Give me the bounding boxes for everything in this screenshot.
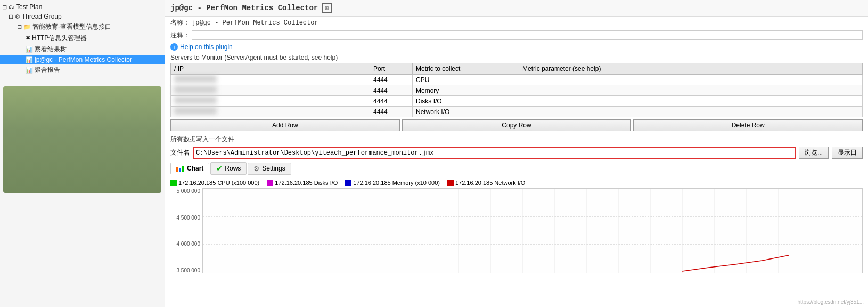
blurred-ip4 <box>174 108 217 114</box>
tree-label: Thread Group <box>22 13 62 20</box>
table-row: 4444 Network I/O <box>171 107 863 117</box>
tree-label: 智能教育-查看模型信息接口 <box>32 22 111 31</box>
tab-chart[interactable]: Chart <box>170 163 209 174</box>
port-cell: 4444 <box>370 107 412 117</box>
col-param: Metric parameter (see help) <box>519 63 862 75</box>
y-label-3: 4 000 000 <box>170 241 200 247</box>
memory-legend-dot <box>345 180 351 186</box>
display-button[interactable]: 显示日 <box>832 147 863 159</box>
servers-label: Servers to Monitor (ServerAgent must be … <box>165 52 868 63</box>
tree-label: 聚合报告 <box>35 66 60 75</box>
help-link[interactable]: i Help on this plugin <box>165 42 868 52</box>
name-row: 名称： jp@gc - PerfMon Metrics Collector <box>165 17 868 29</box>
svg-rect-1 <box>179 168 181 172</box>
name-value: jp@gc - PerfMon Metrics Collector <box>192 19 318 27</box>
col-ip: / IP <box>171 63 370 75</box>
folder-icon: ⊟ <box>2 4 7 11</box>
y-label-2: 4 500 000 <box>170 215 200 221</box>
svg-rect-0 <box>176 167 178 172</box>
legend-item-cpu: 172.16.20.185 CPU (x100 000) <box>170 180 259 186</box>
table-row: 4444 Disks I/O <box>171 96 863 107</box>
file-input[interactable] <box>193 147 796 159</box>
ip-cell <box>171 96 370 107</box>
panel-header: jp@gc - PerfMon Metrics Collector ⊞ <box>165 0 868 17</box>
folder-icon: ⊟ <box>9 13 13 20</box>
chart-tab-label: Chart <box>187 165 203 172</box>
table-row: 4444 Memory <box>171 85 863 96</box>
tree-item-summary[interactable]: 📊 聚合报告 <box>0 64 165 76</box>
tree-label: Test Plan <box>16 3 42 11</box>
settings-tab-label: Settings <box>262 165 285 172</box>
chart-tab-icon <box>176 165 185 172</box>
tree-item-test-plan[interactable]: ⊟ 🗂 Test Plan <box>0 2 165 12</box>
tree-panel: ⊟ 🗂 Test Plan ⊟ ⚙ Thread Group ⊟ 📁 智能教育-… <box>0 0 165 307</box>
tree-item-thread-group[interactable]: ⊟ ⚙ Thread Group <box>0 12 165 21</box>
metric-cell: Disks I/O <box>412 96 519 107</box>
memory-legend-label: 172.16.20.185 Memory (x10 000) <box>353 180 440 186</box>
browse-button[interactable]: 浏览... <box>799 147 829 159</box>
rows-tab-label: Rows <box>225 165 241 172</box>
svg-rect-2 <box>182 166 184 172</box>
legend-bar: 172.16.20.185 CPU (x100 000) 172.16.20.1… <box>165 177 868 188</box>
y-label-4: 3 500 000 <box>170 268 200 273</box>
param-cell <box>519 107 862 117</box>
name-label: 名称： <box>170 18 192 27</box>
ip-cell <box>171 85 370 96</box>
tab-settings[interactable]: ⚙ Settings <box>248 163 291 175</box>
chart-svg <box>203 189 862 273</box>
data-section-label: 所有数据写入一个文件 <box>165 133 868 146</box>
tree-label: jp@gc - PerfMon Metrics Collector <box>35 56 132 63</box>
port-cell: 4444 <box>370 96 412 107</box>
network-legend-label: 172.16.20.185 Network I/O <box>455 180 525 186</box>
gear-icon: ⚙ <box>15 13 20 20</box>
tab-rows[interactable]: ✔ Rows <box>210 162 247 175</box>
table-row: 4444 CPU <box>171 75 863 85</box>
metric-cell: CPU <box>412 75 519 85</box>
copy-row-button[interactable]: Copy Row <box>402 119 632 131</box>
disks-legend-dot <box>267 180 273 186</box>
action-buttons: Add Row Copy Row Delete Row <box>170 119 863 131</box>
folder-icon: ⊟ <box>17 23 22 30</box>
tree-item-perfmon[interactable]: 📊 jp@gc - PerfMon Metrics Collector <box>0 55 165 64</box>
tree-item-http-header[interactable]: ✖ HTTP信息头管理器 <box>0 33 165 44</box>
background-image <box>3 86 161 193</box>
add-row-button[interactable]: Add Row <box>170 119 400 131</box>
file-row: 文件名 浏览... 显示日 <box>170 147 863 159</box>
expand-icon[interactable]: ⊞ <box>322 3 332 13</box>
right-panel: jp@gc - PerfMon Metrics Collector ⊞ 名称： … <box>165 0 868 307</box>
comment-input[interactable] <box>192 30 863 40</box>
file-label: 文件名 <box>170 148 190 157</box>
legend-item-memory: 172.16.20.185 Memory (x10 000) <box>345 180 440 186</box>
param-cell <box>519 96 862 107</box>
blurred-ip3 <box>174 97 217 103</box>
network-legend-dot <box>447 180 454 186</box>
blurred-ip <box>174 76 217 82</box>
chart-icon2: 📊 <box>26 56 33 63</box>
metric-cell: Memory <box>412 85 519 96</box>
check-icon: ✔ <box>216 164 223 173</box>
delete-row-button[interactable]: Delete Row <box>633 119 863 131</box>
chart-icon3: 📊 <box>26 67 33 74</box>
y-label-1: 5 000 000 <box>170 188 200 194</box>
comment-row: 注释： <box>165 29 868 42</box>
panel-title: jp@gc - PerfMon Metrics Collector <box>170 4 318 12</box>
tree-label: 察看结果树 <box>35 45 67 54</box>
metric-cell: Network I/O <box>412 107 519 117</box>
col-metric: Metric to collect <box>412 63 519 75</box>
param-cell <box>519 75 862 85</box>
monitor-table: / IP Port Metric to collect Metric param… <box>170 63 863 117</box>
tab-bar: Chart ✔ Rows ⚙ Settings <box>165 160 868 177</box>
blurred-ip2 <box>174 86 217 93</box>
info-icon: i <box>170 43 178 51</box>
col-port: Port <box>370 63 412 75</box>
ip-cell <box>171 107 370 117</box>
comment-label: 注释： <box>170 31 192 40</box>
y-axis-labels: 5 000 000 4 500 000 4 000 000 3 500 000 <box>170 188 202 273</box>
port-cell: 4444 <box>370 75 412 85</box>
cpu-legend-dot <box>170 180 177 186</box>
tree-item-smart-edu[interactable]: ⊟ 📁 智能教育-查看模型信息接口 <box>0 21 165 33</box>
tree-item-result-tree[interactable]: 📊 察看结果树 <box>0 44 165 55</box>
tree-label: HTTP信息头管理器 <box>32 34 87 43</box>
help-text: Help on this plugin <box>180 43 233 51</box>
legend-item-disks: 172.16.20.185 Disks I/O <box>267 180 338 186</box>
